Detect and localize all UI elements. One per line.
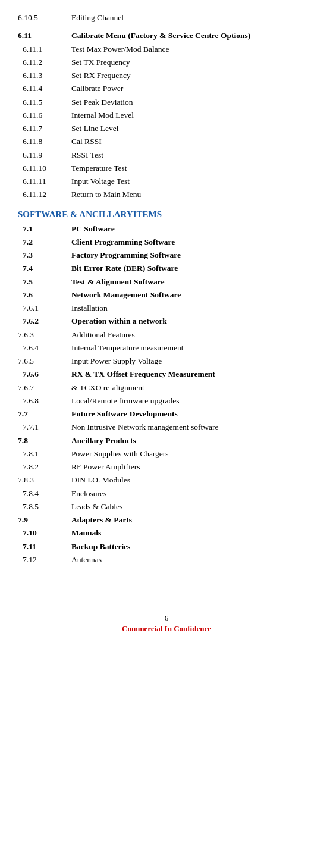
toc-num: 6.11.7 — [18, 123, 71, 134]
toc-label: RF Power Amplifiers — [71, 461, 315, 473]
toc-num: 7.8.3 — [18, 474, 71, 486]
section-header: SOFTWARE & ANCILLARYITEMS — [18, 209, 315, 220]
toc-row: 7.6.2Operation within a network — [18, 315, 315, 327]
toc-row: 7.8.3DIN I.O. Modules — [18, 474, 315, 486]
toc-row: 7.6Network Management Software — [18, 289, 315, 301]
toc-row: 7.6.3Additional Features — [18, 329, 315, 341]
toc-num: 7.9 — [18, 514, 71, 526]
toc-row: 6.11Calibrate Menu (Factory & Service Ce… — [18, 30, 315, 42]
toc-label: Local/Remote firmware upgrades — [71, 395, 315, 407]
toc-num: 7.8 — [18, 435, 71, 447]
toc-num: 7.3 — [18, 249, 71, 261]
confidential-label: Commercial In Confidence — [122, 624, 211, 633]
toc-label: Manuals — [71, 527, 315, 539]
toc-label: Set TX Frequency — [71, 57, 315, 68]
toc-num: 6.11 — [18, 30, 71, 42]
toc-label: Return to Main Menu — [71, 189, 315, 200]
toc-label: Set Peak Deviation — [71, 96, 315, 108]
toc-row: 7.8.4Enclosures — [18, 488, 315, 500]
toc-row: 6.11.11Input Voltage Test — [18, 176, 315, 187]
toc-label: Set RX Frequency — [71, 70, 315, 82]
toc-row: 7.1PC Software — [18, 223, 315, 235]
toc-row: 6.11.4Calibrate Power — [18, 83, 315, 95]
toc-num: 6.11.11 — [18, 176, 71, 187]
toc-label: Client Programming Software — [71, 236, 315, 248]
toc-row: 7.6.1Installation — [18, 302, 315, 314]
toc-num: 7.6.6 — [18, 368, 71, 380]
toc-num: 7.8.4 — [18, 488, 71, 500]
toc-row: 7.4Bit Error Rate (BER) Software — [18, 262, 315, 274]
toc-num: 6.11.4 — [18, 83, 71, 95]
toc-label: Cal RSSI — [71, 136, 315, 148]
toc-label: Installation — [71, 302, 315, 314]
toc-num: 6.11.8 — [18, 136, 71, 148]
toc-label: Bit Error Rate (BER) Software — [71, 262, 315, 274]
toc-row: 7.5Test & Alignment Software — [18, 276, 315, 288]
toc-row: 7.3Factory Programming Software — [18, 249, 315, 261]
toc-row: 7.6.5Input Power Supply Voltage — [18, 355, 315, 367]
toc-row: 7.9Adapters & Parts — [18, 514, 315, 526]
toc-label: Editing Channel — [71, 12, 315, 24]
toc-label: Calibrate Menu (Factory & Service Centre… — [71, 30, 315, 42]
toc-label: & TCXO re-alignment — [71, 382, 315, 394]
toc-label: Future Software Developments — [71, 408, 315, 420]
toc-row: 7.6.8Local/Remote firmware upgrades — [18, 395, 315, 407]
toc-label: Power Supplies with Chargers — [71, 448, 315, 460]
toc-num: 7.6.1 — [18, 302, 71, 314]
toc-label: Non Intrusive Network management softwar… — [71, 421, 315, 433]
toc-row: 7.8.1Power Supplies with Chargers — [18, 448, 315, 460]
toc-label: Internal Mod Level — [71, 109, 315, 121]
toc-label: Leads & Cables — [71, 501, 315, 513]
toc-row: 6.11.6Internal Mod Level — [18, 109, 315, 121]
toc-num: 7.4 — [18, 262, 71, 274]
toc-row: 7.11Backup Batteries — [18, 541, 315, 553]
toc-num: 7.8.1 — [18, 448, 71, 460]
toc-row: 6.10.5Editing Channel — [18, 12, 315, 24]
toc-row: 6.11.1Test Max Power/Mod Balance — [18, 43, 315, 55]
toc-num: 7.6.2 — [18, 315, 71, 327]
toc-num: 6.11.10 — [18, 162, 71, 174]
toc-label: Additional Features — [71, 329, 315, 341]
toc-label: Set Line Level — [71, 123, 315, 134]
toc-num: 6.10.5 — [18, 12, 71, 24]
toc-num: 7.7 — [18, 408, 71, 420]
toc-row: 7.6.4Internal Temperature measurement — [18, 342, 315, 354]
toc-label: DIN I.O. Modules — [71, 474, 315, 486]
toc-num: 6.11.2 — [18, 57, 71, 68]
page-number: 6 — [18, 613, 315, 623]
toc-row: 7.7Future Software Developments — [18, 408, 315, 420]
page-footer: 6 Commercial In Confidence — [18, 613, 315, 634]
toc-row: 6.11.7Set Line Level — [18, 123, 315, 134]
page-content: 6.10.5Editing Channel6.11Calibrate Menu … — [18, 12, 315, 634]
toc-num: 7.6.4 — [18, 342, 71, 354]
toc-row: 6.11.3Set RX Frequency — [18, 70, 315, 82]
toc-label: Ancillary Products — [71, 435, 315, 447]
toc-label: Antennas — [71, 554, 315, 566]
toc-num: 7.5 — [18, 276, 71, 288]
toc-num: 7.2 — [18, 236, 71, 248]
toc-row: 6.11.2Set TX Frequency — [18, 57, 315, 68]
toc-row: 7.2Client Programming Software — [18, 236, 315, 248]
toc-num: 7.8.5 — [18, 501, 71, 513]
toc-label: Test & Alignment Software — [71, 276, 315, 288]
toc-num: 7.8.2 — [18, 461, 71, 473]
toc-num: 7.6 — [18, 289, 71, 301]
toc-num: 6.11.5 — [18, 96, 71, 108]
toc-label: PC Software — [71, 223, 315, 235]
toc-num: 7.11 — [18, 541, 71, 553]
toc-num: 7.12 — [18, 554, 71, 566]
toc-row: 6.11.10Temperature Test — [18, 162, 315, 174]
toc-label: RSSI Test — [71, 149, 315, 161]
toc-row: 7.8.2RF Power Amplifiers — [18, 461, 315, 473]
toc-label: RX & TX Offset Frequency Measurement — [71, 368, 315, 380]
toc-label: Operation within a network — [71, 315, 315, 327]
toc-num: 6.11.9 — [18, 149, 71, 161]
toc-num: 6.11.6 — [18, 109, 71, 121]
toc-row: 7.10Manuals — [18, 527, 315, 539]
toc-num: 6.11.1 — [18, 43, 71, 55]
toc-label: Input Power Supply Voltage — [71, 355, 315, 367]
toc-num: 7.1 — [18, 223, 71, 235]
toc-row: 7.7.1Non Intrusive Network management so… — [18, 421, 315, 433]
toc-num: 7.7.1 — [18, 421, 71, 433]
toc-num: 6.11.12 — [18, 189, 71, 200]
